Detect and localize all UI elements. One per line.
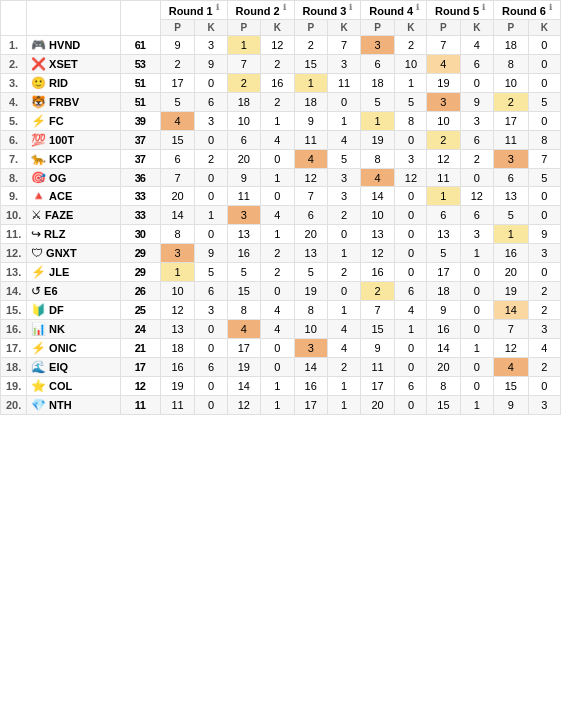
score-cell: 11: [427, 168, 460, 186]
rank-cell: 10.: [1, 205, 27, 224]
score-cell: 14: [294, 357, 327, 376]
score-cell: 12: [361, 243, 394, 262]
score-cell: 0: [195, 395, 227, 414]
score-cell: 1: [427, 186, 460, 205]
score-cell: 4: [494, 357, 529, 376]
score-cell: 3: [294, 338, 327, 357]
total-cell: 39: [120, 111, 160, 130]
team-cell: ↪RLZ: [27, 224, 121, 243]
team-cell: ⚔FAZE: [27, 205, 121, 224]
score-cell: 4: [327, 338, 360, 357]
score-cell: 3: [460, 224, 493, 243]
rank-cell: 15.: [1, 300, 27, 319]
score-cell: 11: [361, 357, 394, 376]
score-cell: 0: [528, 35, 560, 54]
score-cell: 20: [294, 224, 327, 243]
score-cell: 7: [327, 35, 360, 54]
total-cell: 25: [120, 300, 160, 319]
score-cell: 17: [361, 376, 394, 395]
score-cell: 0: [195, 338, 227, 357]
score-cell: 17: [227, 338, 260, 357]
score-cell: 4: [160, 111, 195, 130]
score-cell: 0: [528, 54, 560, 73]
score-cell: 5: [294, 262, 327, 281]
score-cell: 0: [261, 357, 294, 376]
score-cell: 6: [394, 376, 426, 395]
score-cell: 2: [361, 281, 394, 300]
score-cell: 7: [294, 186, 327, 205]
score-cell: 15: [427, 395, 460, 414]
score-cell: 11: [327, 73, 360, 92]
table-row: 7.🐆KCP3762200458312237: [1, 149, 561, 168]
table-row: 8.🎯OG36709112341211065: [1, 168, 561, 186]
round6-header: Round 6 ℹ: [494, 1, 561, 20]
r3k-header: K: [327, 19, 360, 35]
score-cell: 5: [427, 243, 460, 262]
score-cell: 0: [195, 224, 227, 243]
score-cell: 4: [327, 130, 360, 149]
score-cell: 3: [427, 92, 460, 111]
score-cell: 1: [261, 168, 294, 186]
table-row: 14.↺E62610615019026180192: [1, 281, 561, 300]
total-cell: 26: [120, 281, 160, 300]
score-cell: 0: [327, 281, 360, 300]
score-cell: 2: [327, 205, 360, 224]
score-cell: 19: [227, 357, 260, 376]
score-cell: 3: [195, 300, 227, 319]
total-cell: 29: [120, 262, 160, 281]
score-cell: 6: [460, 54, 493, 73]
score-cell: 0: [460, 376, 493, 395]
table-row: 2.❌XSET5329721536104680: [1, 54, 561, 73]
score-cell: 1: [394, 319, 426, 338]
team-header: [27, 1, 121, 36]
score-cell: 8: [160, 224, 195, 243]
team-cell: ⚡JLE: [27, 262, 121, 281]
r4k-header: K: [394, 19, 426, 35]
score-cell: 8: [427, 376, 460, 395]
score-cell: 20: [160, 186, 195, 205]
total-cell: 51: [120, 92, 160, 111]
score-cell: 7: [494, 319, 529, 338]
score-cell: 1: [460, 395, 493, 414]
rank-cell: 19.: [1, 376, 27, 395]
table-row: 20.💎NTH1111012117120015193: [1, 395, 561, 414]
score-cell: 0: [528, 262, 560, 281]
team-cell: 🛡GNXT: [27, 243, 121, 262]
total-cell: 36: [120, 168, 160, 186]
rank-cell: 11.: [1, 224, 27, 243]
score-cell: 0: [394, 186, 426, 205]
score-cell: 6: [427, 205, 460, 224]
score-cell: 19: [361, 130, 394, 149]
score-cell: 1: [261, 111, 294, 130]
rank-cell: 7.: [1, 149, 27, 168]
score-cell: 5: [528, 168, 560, 186]
score-cell: 12: [427, 149, 460, 168]
score-cell: 15: [160, 130, 195, 149]
round1-header: Round 1 ℹ: [160, 1, 227, 20]
table-row: 9.🔺ACE3320011073140112130: [1, 186, 561, 205]
score-cell: 7: [427, 35, 460, 54]
score-cell: 18: [227, 92, 260, 111]
r5k-header: K: [460, 19, 493, 35]
table-row: 3.🙂RID51170216111181190100: [1, 73, 561, 92]
total-cell: 29: [120, 243, 160, 262]
score-cell: 16: [494, 243, 529, 262]
score-cell: 13: [294, 243, 327, 262]
rank-cell: 8.: [1, 168, 27, 186]
score-cell: 5: [361, 92, 394, 111]
rank-header: [1, 1, 27, 36]
score-cell: 0: [327, 224, 360, 243]
score-cell: 16: [427, 319, 460, 338]
score-cell: 9: [195, 54, 227, 73]
score-cell: 17: [160, 73, 195, 92]
score-cell: 9: [427, 300, 460, 319]
score-cell: 2: [494, 92, 529, 111]
r4p-header: P: [361, 19, 394, 35]
score-cell: 14: [361, 186, 394, 205]
team-cell: 🌊EIQ: [27, 357, 121, 376]
score-cell: 2: [261, 54, 294, 73]
score-cell: 1: [394, 73, 426, 92]
score-cell: 0: [528, 376, 560, 395]
score-cell: 1: [327, 243, 360, 262]
score-cell: 12: [160, 300, 195, 319]
